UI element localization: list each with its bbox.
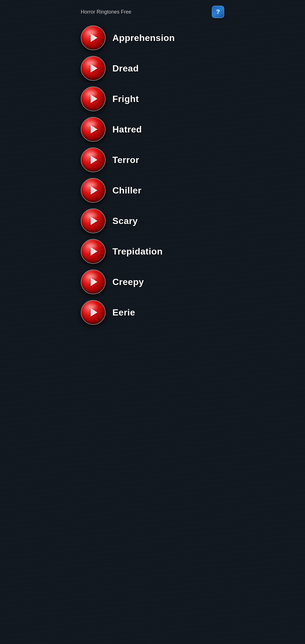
list-item[interactable]: Apprehension: [79, 23, 226, 53]
play-button[interactable]: [81, 117, 106, 142]
list-item[interactable]: Dread: [79, 53, 226, 84]
play-icon: [91, 247, 97, 256]
app-title: Horror Ringtones Free: [81, 9, 131, 15]
play-button[interactable]: [81, 25, 106, 50]
list-item[interactable]: Trepidation: [79, 236, 226, 267]
play-button[interactable]: [81, 208, 106, 233]
play-button[interactable]: [81, 86, 106, 111]
play-button[interactable]: [81, 300, 106, 325]
list-item[interactable]: Creepy: [79, 267, 226, 297]
list-item[interactable]: Scary: [79, 206, 226, 236]
ringtone-list: Apprehension Dread Fright Hatred Terror: [76, 23, 229, 328]
ringtone-name: Trepidation: [112, 246, 163, 257]
play-icon: [91, 217, 97, 225]
play-button[interactable]: [81, 56, 106, 81]
help-button[interactable]: ?: [212, 6, 224, 18]
app-header: Horror Ringtones Free ?: [76, 0, 229, 23]
ringtone-name: Dread: [112, 63, 139, 74]
play-icon: [91, 34, 97, 42]
play-icon: [91, 95, 97, 103]
list-item[interactable]: Terror: [79, 145, 226, 175]
list-item[interactable]: Chiller: [79, 175, 226, 206]
play-icon: [91, 186, 97, 195]
ringtone-name: Fright: [112, 94, 139, 104]
list-item[interactable]: Hatred: [79, 114, 226, 145]
play-icon: [91, 64, 97, 73]
play-button[interactable]: [81, 269, 106, 294]
play-icon: [91, 278, 97, 286]
play-button[interactable]: [81, 178, 106, 203]
ringtone-name: Apprehension: [112, 33, 175, 43]
play-button[interactable]: [81, 239, 106, 264]
list-item[interactable]: Eerie: [79, 297, 226, 328]
ringtone-name: Terror: [112, 155, 139, 165]
ringtone-name: Eerie: [112, 307, 135, 318]
play-icon: [91, 156, 97, 164]
ringtone-name: Creepy: [112, 277, 144, 287]
help-icon: ?: [216, 9, 220, 15]
ringtone-name: Scary: [112, 216, 138, 226]
play-icon: [91, 308, 97, 317]
play-button[interactable]: [81, 147, 106, 172]
ringtone-name: Chiller: [112, 185, 141, 196]
ringtone-name: Hatred: [112, 124, 142, 135]
list-item[interactable]: Fright: [79, 84, 226, 114]
play-icon: [91, 125, 97, 134]
